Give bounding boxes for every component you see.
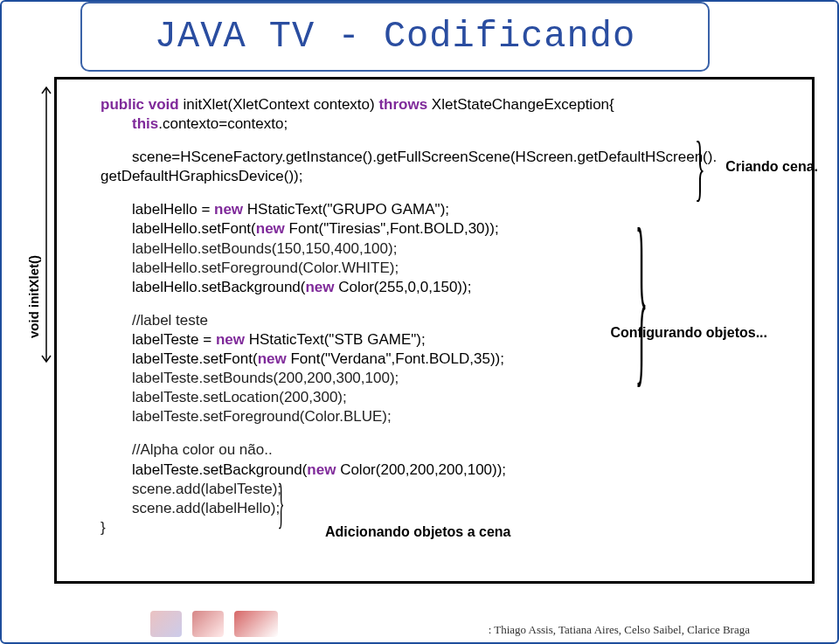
brace-icon-2: } [635,186,648,407]
code-line-5: labelHello = new HStaticText("GRUPO GAMA… [132,200,791,219]
code-line-18: scene.add(labelTeste); [132,480,791,499]
slide: JAVA TV - Codificando public void initXl… [0,0,839,644]
annotation-adicionando: Adicionando objetos a cena [325,524,510,540]
side-label: void initXlet() [26,255,41,338]
logo-icon [234,611,278,637]
code-line-8: labelHello.setForeground(Color.WHITE); [132,259,791,278]
side-arrow-icon [40,85,52,364]
code-line-9: labelHello.setBackground(new Color(255,0… [132,278,791,297]
code-line-12: labelTeste.setFont(new Font("Verdana",Fo… [132,350,791,369]
code-line-2: this.contexto=contexto; [132,114,791,134]
brace-icon-1: } [695,126,705,210]
code-line-15: labelTeste.setForeground(Color.BLUE); [132,407,791,426]
footer-authors: : Thiago Assis, Tatiana Aires, Celso Sai… [489,623,750,637]
code-line-4: getDefaultHGraphicsDevice()); [101,167,791,186]
annotation-criando: Criando cena. [725,159,818,175]
brace-icon-3: } [278,470,285,536]
code-line-13: labelTeste.setBounds(200,200,300,100); [132,369,791,388]
logo-icon [192,611,224,637]
code-line-7: labelHello.setBounds(150,150,400,100); [132,239,791,259]
code-line-19: scene.add(labelHello); [132,499,791,518]
code-line-16: //Alpha color ou não.. [132,440,791,460]
title-box: JAVA TV - Codificando [80,2,710,72]
code-line-1: public void initXlet(XletContext context… [101,95,791,114]
code-line-17: labelTeste.setBackground(new Color(200,2… [132,460,791,480]
code-line-14: labelTeste.setLocation(200,300); [132,388,791,407]
footer-logos [150,611,278,637]
logo-icon [150,611,182,637]
code-line-3: scene=HSceneFactory.getInstance().getFul… [132,148,791,167]
code-line-6: labelHello.setFont(new Font("Tiresias",F… [132,219,791,239]
annotation-configurando: Configurando objetos... [610,325,767,341]
slide-title: JAVA TV - Codificando [155,16,635,58]
